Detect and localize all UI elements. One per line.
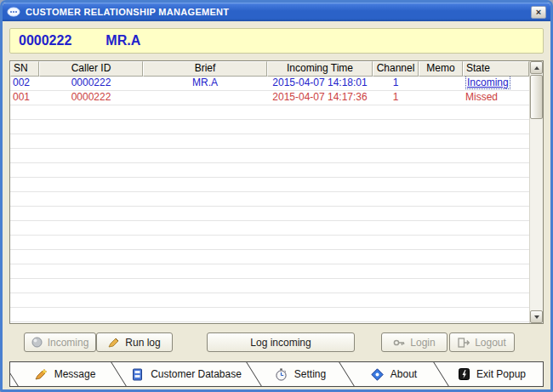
- vertical-scrollbar[interactable]: [529, 61, 543, 323]
- tab-customer-database[interactable]: Customer Database: [119, 362, 254, 386]
- crm-window: CUSTOMER RELATIONSHIP MANAGEMENT × 00002…: [0, 0, 553, 392]
- column-header-state[interactable]: State: [463, 61, 529, 77]
- run-log-button-label: Run log: [125, 337, 160, 349]
- table-row-empty: [10, 149, 529, 163]
- titlebar: CUSTOMER RELATIONSHIP MANAGEMENT ×: [3, 3, 550, 21]
- log-incoming-button[interactable]: Log incoming: [207, 332, 355, 352]
- column-header-memo[interactable]: Memo: [419, 61, 463, 77]
- table-row-empty: [10, 105, 529, 120]
- cell-state: Missed: [463, 91, 529, 105]
- column-header-channel[interactable]: Channel: [373, 61, 419, 77]
- table-row[interactable]: 0020000222MR.A2015-04-07 14:18:011Incomi…: [10, 77, 529, 91]
- customer-database-icon: [131, 368, 144, 381]
- tab-about-label: About: [391, 368, 417, 380]
- table-row-empty: [10, 207, 529, 221]
- incoming-button[interactable]: Incoming: [24, 332, 96, 352]
- table-body: 0020000222MR.A2015-04-07 14:18:011Incomi…: [10, 77, 529, 323]
- message-pencil-icon: [34, 368, 48, 381]
- log-incoming-button-label: Log incoming: [250, 337, 311, 349]
- column-header-brief[interactable]: Brief: [143, 61, 267, 77]
- cell-sn: 001: [10, 91, 39, 105]
- logout-button[interactable]: Logout: [449, 332, 515, 352]
- caller-banner: 0000222 MR.A: [9, 28, 544, 54]
- table-row-empty: [10, 120, 529, 134]
- scroll-down-button[interactable]: [530, 310, 543, 323]
- table-row-empty: [10, 163, 529, 178]
- table-row-empty: [10, 250, 529, 264]
- app-speech-bubble-icon: [7, 7, 20, 17]
- table-row-empty: [10, 178, 529, 192]
- window-title: CUSTOMER RELATIONSHIP MANAGEMENT: [26, 7, 526, 17]
- cell-channel: 1: [373, 91, 419, 105]
- scrollbar-track[interactable]: [530, 119, 543, 310]
- login-button[interactable]: Login: [381, 332, 448, 352]
- selected-state-value: Incoming: [465, 77, 510, 89]
- key-icon: [393, 338, 405, 348]
- banner-caller-name: MR.A: [105, 33, 140, 48]
- cell-caller-id: 0000222: [39, 91, 143, 105]
- column-header-caller-id[interactable]: Caller ID: [39, 61, 143, 77]
- cell-memo: [419, 77, 463, 90]
- stopwatch-icon: [275, 368, 288, 381]
- logout-door-icon: [458, 338, 470, 348]
- cell-incoming-time: 2015-04-07 14:17:36: [267, 91, 373, 105]
- cell-caller-id: 0000222: [39, 77, 143, 90]
- tab-customer-database-label: Customer Database: [151, 368, 242, 380]
- call-log-table: SNCaller IDBriefIncoming TimeChannelMemo…: [9, 60, 544, 324]
- tab-message[interactable]: Message: [11, 362, 118, 386]
- tab-message-label: Message: [54, 368, 96, 380]
- tab-about[interactable]: About: [347, 362, 441, 386]
- scrollbar-thumb[interactable]: [530, 75, 543, 119]
- run-log-button[interactable]: Run log: [96, 332, 173, 352]
- cell-channel: 1: [373, 77, 419, 90]
- tab-exit-popup[interactable]: Exit Popup: [442, 362, 543, 386]
- table-row-empty: [10, 134, 529, 149]
- table-header: SNCaller IDBriefIncoming TimeChannelMemo…: [10, 61, 529, 77]
- tab-exit-popup-label: Exit Popup: [476, 368, 526, 380]
- incoming-button-label: Incoming: [48, 337, 89, 349]
- exit-icon: [459, 368, 470, 380]
- tab-setting-label: Setting: [294, 368, 326, 380]
- pencil-icon: [108, 337, 120, 348]
- tab-setting[interactable]: Setting: [254, 362, 346, 386]
- cell-sn: 002: [10, 77, 39, 90]
- cell-brief: [143, 91, 267, 105]
- scroll-up-button[interactable]: [530, 61, 543, 74]
- scroll-up-icon: [534, 66, 539, 70]
- cell-memo: [419, 91, 463, 105]
- column-header-sn[interactable]: SN: [10, 61, 39, 77]
- table-row-empty: [10, 236, 529, 250]
- table-row-empty: [10, 221, 529, 236]
- login-button-label: Login: [410, 337, 435, 349]
- scroll-down-icon: [534, 315, 539, 319]
- action-buttons-row: Incoming Run log Log incoming Login Logo…: [3, 332, 550, 353]
- table-row-empty: [10, 293, 529, 308]
- table-row-empty: [10, 308, 529, 322]
- close-button[interactable]: ×: [531, 6, 546, 19]
- incoming-phone-icon: [31, 337, 43, 348]
- column-header-incoming-time[interactable]: Incoming Time: [267, 61, 373, 77]
- table-row-empty: [10, 279, 529, 293]
- table-row-empty: [10, 264, 529, 279]
- table-row[interactable]: 00100002222015-04-07 14:17:361Missed: [10, 91, 529, 105]
- cell-incoming-time: 2015-04-07 14:18:01: [267, 77, 373, 90]
- info-diamond-icon: [371, 368, 384, 381]
- logout-button-label: Logout: [475, 337, 506, 349]
- banner-caller-id: 0000222: [19, 33, 71, 48]
- cell-brief: MR.A: [143, 77, 267, 90]
- table-row-empty: [10, 192, 529, 207]
- bottom-tab-bar: Message Customer Database Setting About: [9, 361, 544, 387]
- cell-state: Incoming: [463, 77, 529, 90]
